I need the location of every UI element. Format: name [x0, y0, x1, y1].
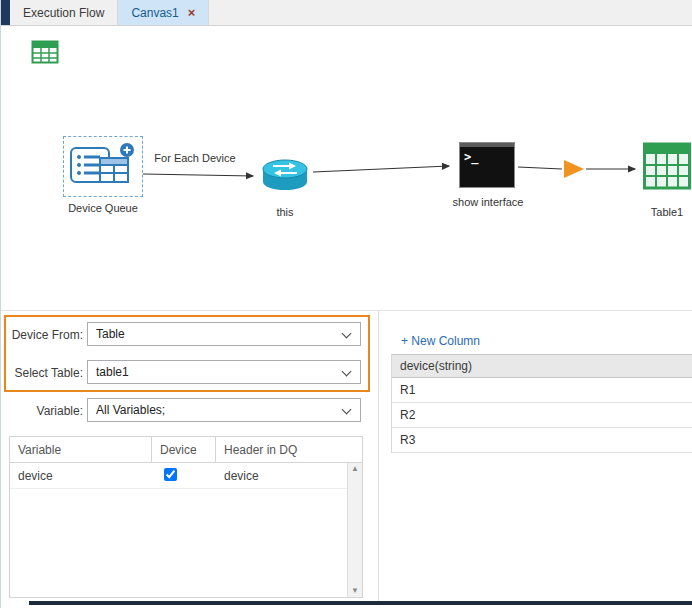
close-icon[interactable]: ×: [188, 6, 196, 19]
table-row[interactable]: R2: [392, 403, 692, 428]
variable-label: Variable:: [5, 404, 83, 418]
column-header-variable[interactable]: Variable: [10, 437, 152, 462]
variable-table: Variable Device Header in DQ device devi…: [9, 436, 363, 598]
select-table-label: Select Table:: [5, 366, 83, 380]
terminal-node[interactable]: >_: [459, 142, 515, 192]
table1-node[interactable]: [643, 140, 691, 196]
select-table-value: table1: [96, 365, 129, 379]
show-interface-label: show interface: [443, 196, 533, 208]
tab-bar: Execution Flow Canvas1 ×: [1, 0, 692, 26]
table-row[interactable]: R3: [392, 428, 692, 453]
panel-divider-vertical: [378, 311, 379, 601]
for-each-device-label: For Each Device: [147, 152, 243, 164]
select-table-dropdown[interactable]: table1: [87, 360, 361, 384]
connector-queue-to-router: [143, 174, 253, 176]
variable-table-header: Variable Device Header in DQ: [10, 437, 362, 463]
tab-execution-flow-label: Execution Flow: [23, 6, 104, 20]
connector-router-to-terminal: [313, 166, 449, 172]
new-column-link[interactable]: + New Column: [401, 334, 480, 348]
device-from-value: Table: [96, 327, 125, 341]
terminal-icon: >_: [459, 142, 515, 188]
variable-cell: device: [10, 469, 152, 483]
device-column-table: device(string) R1 R2 R3: [391, 354, 692, 453]
chevron-down-icon: [342, 405, 352, 415]
router-icon: [261, 156, 309, 192]
panel-divider-horizontal: [1, 310, 692, 311]
window-corner: [1, 0, 10, 25]
table-row[interactable]: R1: [392, 378, 692, 403]
variable-value: All Variables;: [96, 403, 165, 417]
orange-arrow-marker: [564, 160, 584, 178]
tab-canvas1-label: Canvas1: [131, 6, 178, 20]
device-checkbox[interactable]: [164, 468, 177, 481]
table-tool-icon[interactable]: [31, 38, 59, 70]
device-queue-icon: [70, 142, 136, 192]
vertical-scrollbar[interactable]: ▲ ▼: [347, 463, 362, 597]
column-header-header-in-dq[interactable]: Header in DQ: [216, 437, 362, 462]
header-in-dq-cell: device: [216, 469, 362, 483]
variable-dropdown[interactable]: All Variables;: [87, 398, 361, 422]
connector-terminal-to-marker: [518, 167, 562, 169]
tab-canvas1[interactable]: Canvas1 ×: [118, 0, 209, 25]
window-bottom-edge: [29, 601, 692, 605]
scrollbar-up-icon[interactable]: ▲: [351, 465, 359, 473]
scrollbar-down-icon[interactable]: ▼: [351, 587, 359, 595]
table1-label: Table1: [641, 206, 692, 218]
router-node[interactable]: [261, 156, 309, 196]
device-from-label: Device From:: [5, 328, 83, 342]
chevron-down-icon: [342, 329, 352, 339]
flow-canvas: Device Queue For Each Device this >_ s: [1, 26, 692, 311]
device-queue-node[interactable]: [63, 136, 143, 197]
column-header-device[interactable]: Device: [152, 437, 216, 462]
svg-text:>_: >_: [464, 150, 479, 165]
chevron-down-icon: [342, 367, 352, 377]
device-from-dropdown[interactable]: Table: [87, 322, 361, 346]
table-row[interactable]: device device: [10, 463, 362, 489]
app-window: Execution Flow Canvas1 ×: [0, 0, 692, 608]
table1-icon: [643, 140, 691, 192]
device-string-column-header[interactable]: device(string): [392, 354, 692, 378]
device-queue-label: Device Queue: [53, 202, 153, 214]
router-label: this: [263, 206, 307, 218]
tab-execution-flow[interactable]: Execution Flow: [10, 0, 118, 25]
